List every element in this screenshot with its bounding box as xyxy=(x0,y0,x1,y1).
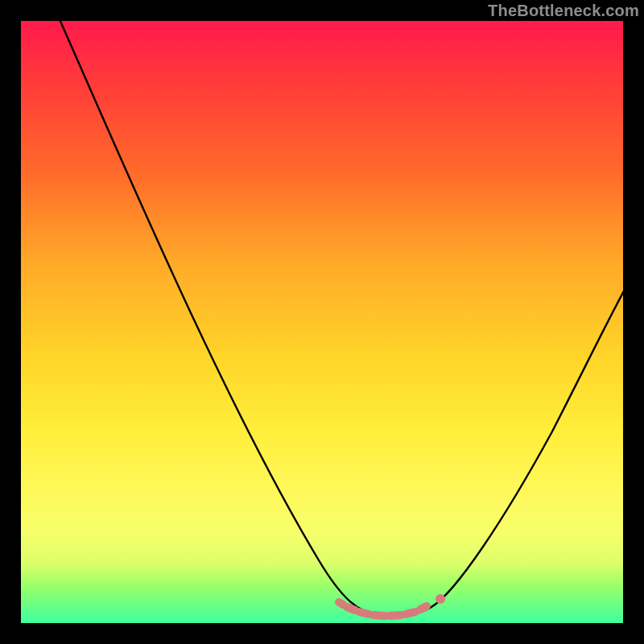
svg-line-4 xyxy=(390,615,401,616)
svg-line-5 xyxy=(406,612,415,614)
bottleneck-curve-svg xyxy=(21,21,623,623)
right-knee-marker xyxy=(436,594,445,604)
svg-line-6 xyxy=(420,606,427,609)
plot-area xyxy=(21,21,623,623)
bottleneck-curve xyxy=(53,21,623,616)
svg-line-0 xyxy=(339,602,343,605)
chart-frame: TheBottleneck.com xyxy=(0,0,644,644)
svg-line-1 xyxy=(347,607,355,610)
watermark-text: TheBottleneck.com xyxy=(488,2,639,20)
svg-line-3 xyxy=(374,615,385,616)
svg-line-2 xyxy=(359,612,369,614)
